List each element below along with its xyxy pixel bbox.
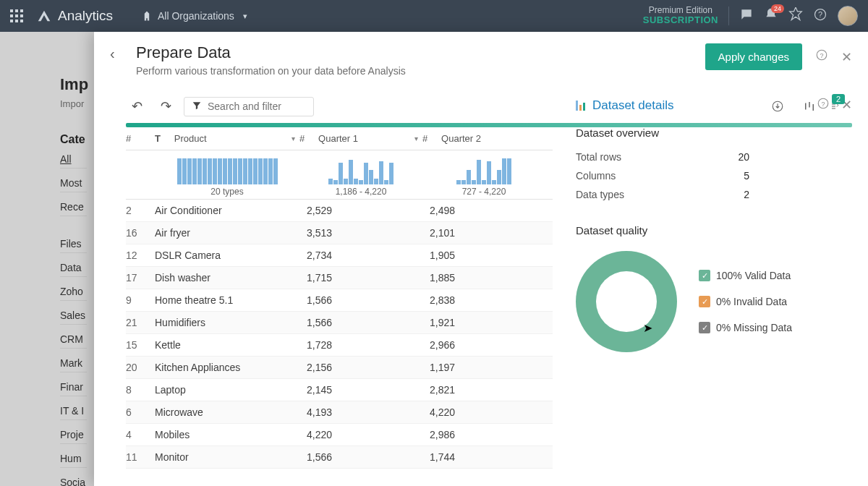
table-row[interactable]: 20Kitchen Appliances2,1561,197 — [126, 357, 553, 379]
product-name: Analytics — [58, 8, 113, 24]
svg-text:?: ? — [820, 52, 823, 59]
notification-badge: 24 — [771, 4, 784, 13]
top-nav: Analytics All Organizations ▾ Premium Ed… — [0, 0, 868, 32]
quality-heading: Dataset quality — [576, 224, 852, 236]
chevron-down-icon: ▾ — [414, 135, 418, 142]
panel-title: Prepare Data — [136, 43, 406, 62]
legend-item: ✓0% Missing Data — [699, 322, 792, 333]
details-title: Dataset details — [592, 98, 673, 113]
stat-row: Columns5 — [576, 166, 749, 185]
table-header: # T Product▾ # Quarter 1▾ # Quarter 2 — [126, 127, 553, 150]
org-label: All Organizations — [158, 10, 234, 22]
legend-item: ✓100% Valid Data — [699, 270, 792, 281]
col-product[interactable]: T Product▾ — [155, 133, 299, 144]
legend-item: ✓0% Invalid Data — [699, 296, 792, 307]
steps-badge: 2 — [832, 94, 845, 104]
data-table: # T Product▾ # Quarter 1▾ # Quarter 2 20… — [126, 127, 553, 469]
table-row[interactable]: 8Laptop2,1452,821 — [126, 379, 553, 401]
quality-legend: ✓100% Valid Data✓0% Invalid Data✓0% Miss… — [699, 270, 792, 333]
edition-label[interactable]: Premium Edition SUBSCRIPTION — [643, 6, 718, 25]
col-quarter-1[interactable]: # Quarter 1▾ — [299, 133, 422, 144]
chevron-down-icon: ▾ — [243, 12, 247, 21]
filter-icon — [192, 101, 202, 113]
help-icon[interactable]: ? — [813, 7, 827, 25]
table-row[interactable]: 21Humidifiers1,5661,921 — [126, 312, 553, 334]
histogram-row: 20 types 1,186 - 4,220 727 - 4,220 — [126, 150, 553, 200]
details-icon — [576, 101, 585, 111]
prepare-data-panel: ‹ Prepare Data Perform various transform… — [94, 32, 868, 486]
svg-text:?: ? — [818, 10, 822, 19]
table-row[interactable]: 15Kettle1,7282,966 — [126, 334, 553, 357]
search-filter-input[interactable] — [184, 97, 314, 116]
building-icon — [142, 10, 152, 22]
table-row[interactable]: 6Microwave4,1934,220 — [126, 401, 553, 424]
redo-button[interactable]: ↷ — [155, 95, 176, 117]
user-avatar[interactable] — [838, 6, 858, 26]
steps-icon[interactable]: 2 — [830, 95, 852, 117]
col-quarter-2[interactable]: # Quarter 2 — [422, 133, 545, 144]
quality-donut-chart — [576, 251, 677, 352]
overview-heading: Dataset overview — [576, 127, 852, 139]
analytics-logo-icon — [36, 8, 52, 24]
details-help-icon[interactable]: ? — [817, 97, 830, 114]
notifications-icon[interactable]: 24 — [764, 7, 778, 25]
apps-grid-icon[interactable] — [10, 9, 23, 22]
settings-icon[interactable] — [788, 7, 803, 25]
histogram-q1 — [328, 155, 393, 184]
stat-row: Total rows20 — [576, 148, 749, 166]
table-row[interactable]: 2Air Conditioner2,5292,498 — [126, 200, 553, 222]
org-switcher[interactable]: All Organizations ▾ — [142, 10, 247, 22]
details-pane: Dataset details ? ✕ Dataset overview Tot… — [553, 127, 868, 469]
histogram-q2 — [456, 155, 511, 184]
search-field[interactable] — [208, 101, 302, 112]
undo-button[interactable]: ↶ — [126, 95, 148, 117]
histogram-product — [177, 155, 278, 184]
table-row[interactable]: 17Dish washer1,7151,885 — [126, 267, 553, 289]
table-row[interactable]: 16Air fryer3,5132,101 — [126, 222, 553, 244]
panel-help-icon[interactable]: ? — [815, 48, 828, 65]
divider — [728, 7, 729, 25]
stat-row: Data types2 — [576, 185, 749, 204]
chat-icon[interactable] — [739, 7, 754, 25]
table-row[interactable]: 9Home theatre 5.11,5662,838 — [126, 289, 553, 312]
chevron-down-icon: ▾ — [292, 135, 295, 142]
apply-changes-button[interactable]: Apply changes — [705, 43, 802, 70]
table-row[interactable]: 12DSLR Camera2,7341,905 — [126, 244, 553, 267]
panel-close-icon[interactable]: ✕ — [841, 49, 852, 65]
panel-subtitle: Perform various transformation on your d… — [136, 65, 406, 77]
table-row[interactable]: 11Monitor1,5661,744 — [126, 446, 553, 469]
col-index[interactable]: # — [126, 133, 155, 144]
svg-text:?: ? — [821, 101, 825, 108]
back-button[interactable]: ‹ — [110, 46, 126, 61]
table-row[interactable]: 4Mobiles4,2202,986 — [126, 424, 553, 446]
product-logo[interactable]: Analytics — [36, 8, 113, 24]
